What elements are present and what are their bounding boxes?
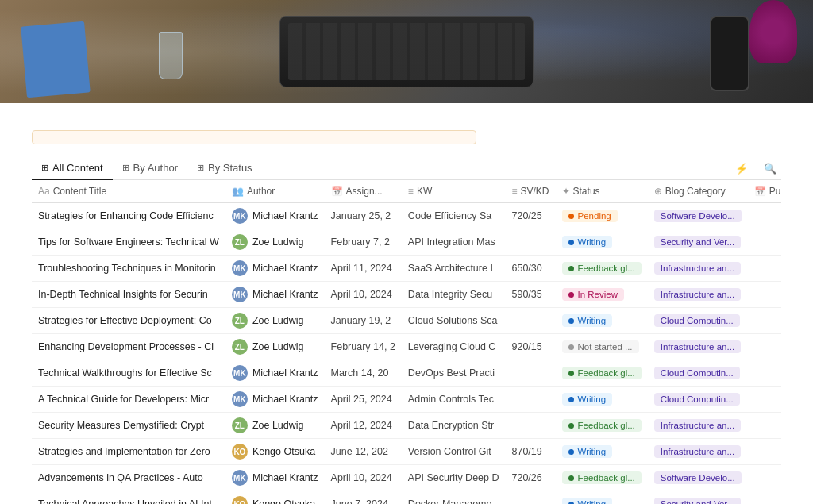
avatar: MK (232, 260, 248, 276)
category-badge: Software Develo... (654, 210, 742, 222)
cell-category: Cloud Computin... (648, 387, 748, 413)
cell-kw: Admin Controls Tec (402, 387, 506, 413)
table-row[interactable]: Security Measures Demystified: Crypt ZL … (32, 413, 781, 439)
category-badge: Infrastructure an... (654, 288, 741, 301)
cell-author: MK Michael Krantz (225, 282, 325, 308)
toolbar-right: ⚡ 🔍 (699, 160, 781, 177)
cell-assigned: June 12, 202 (325, 439, 402, 465)
cell-category: Cloud Computin... (648, 308, 748, 334)
table-row[interactable]: Enhancing Development Processes - Cl ZL … (32, 334, 781, 360)
cell-assigned: February 7, 2 (325, 229, 402, 256)
cell-status: Writing (556, 229, 648, 256)
cell-assigned: March 14, 20 (325, 360, 402, 387)
table-row[interactable]: Strategies and Implementation for Zero K… (32, 439, 781, 465)
table-row[interactable]: Technical Approaches Unveiled in AI Int … (32, 491, 781, 505)
cell-svkd: 650/30 (506, 256, 556, 282)
tab-by-author[interactable]: ⊞ By Author (113, 157, 187, 180)
lightning-button[interactable]: ⚡ (730, 160, 753, 177)
cell-category: Cloud Computin... (648, 360, 748, 387)
hero-glass (159, 32, 183, 79)
filter-button[interactable] (699, 166, 708, 171)
table-row[interactable]: Strategies for Effective Deployment: Co … (32, 308, 781, 334)
cell-pub-date (748, 308, 781, 334)
cell-assigned: April 25, 2024 (325, 387, 402, 413)
table-row[interactable]: Technical Walkthroughs for Effective Sc … (32, 360, 781, 387)
cell-kw: Docker Manageme (402, 491, 506, 505)
cell-pub-date (748, 229, 781, 256)
cell-category: Infrastructure an... (648, 439, 748, 465)
cell-assigned: April 11, 2024 (325, 256, 402, 282)
content-table-wrapper: AaContent Title 👥Author 📅Assign... ≡KW ≡… (32, 180, 781, 504)
cell-status: Feedback gl... (556, 256, 648, 282)
col-header-title: AaContent Title (32, 180, 225, 203)
status-badge: Writing (562, 393, 613, 406)
table-row[interactable]: In-Depth Technical Insights for Securin … (32, 282, 781, 308)
cell-pub-date (748, 256, 781, 282)
category-badge: Infrastructure an... (654, 419, 741, 432)
content-table: AaContent Title 👥Author 📅Assign... ≡KW ≡… (32, 180, 781, 504)
tab-by-author-icon: ⊞ (122, 163, 129, 173)
status-dot (568, 449, 574, 455)
cell-kw: API Security Deep D (402, 465, 506, 491)
cell-assigned: June 7, 2024 (325, 491, 402, 505)
table-row[interactable]: Tips for Software Engineers: Technical W… (32, 229, 781, 256)
tab-all-content-icon: ⊞ (41, 163, 48, 173)
status-dot (568, 214, 574, 219)
cell-category: Infrastructure an... (648, 334, 748, 360)
search-icon: 🔍 (764, 163, 776, 175)
table-row[interactable]: Troubleshooting Techniques in Monitorin … (32, 256, 781, 282)
status-badge: Feedback gl... (562, 419, 642, 432)
tab-by-status[interactable]: ⊞ By Status (187, 157, 262, 180)
category-badge: Software Develo... (654, 471, 742, 484)
cell-pub-date (748, 413, 781, 439)
table-row[interactable]: Strategies for Enhancing Code Efficienc … (32, 203, 781, 229)
cell-svkd (506, 229, 556, 256)
cell-svkd: 720/25 (506, 203, 556, 229)
lightning-icon: ⚡ (735, 163, 748, 175)
search-button[interactable]: 🔍 (759, 160, 781, 177)
cell-title: Technical Approaches Unveiled in AI Int (32, 491, 225, 505)
cell-title: Enhancing Development Processes - Cl (32, 334, 225, 360)
hero-plant (749, 0, 797, 63)
tab-all-content[interactable]: ⊞ All Content (32, 157, 113, 180)
avatar: ZL (232, 234, 248, 250)
status-dot (568, 502, 574, 505)
col-header-category: ⊕Blog Category (648, 180, 748, 203)
cell-kw: Data Integrity Secu (402, 282, 506, 308)
avatar: ZL (232, 417, 248, 433)
avatar: MK (232, 365, 248, 381)
cell-title: A Technical Guide for Developers: Micr (32, 387, 225, 413)
cell-category: Infrastructure an... (648, 256, 748, 282)
cell-author: ZL Zoe Ludwig (225, 334, 325, 360)
table-row[interactable]: Advancements in QA Practices - Auto MK M… (32, 465, 781, 491)
col-header-kw: ≡KW (402, 180, 506, 203)
cell-author: MK Michael Krantz (225, 387, 325, 413)
status-dot (568, 397, 574, 402)
cell-title: Security Measures Demystified: Crypt (32, 413, 225, 439)
sort-button[interactable] (715, 166, 724, 171)
cell-author: KO Kengo Otsuka (225, 491, 325, 505)
author-name: Michael Krantz (252, 289, 318, 300)
cell-status: In Review (556, 282, 648, 308)
cell-author: KO Kengo Otsuka (225, 439, 325, 465)
tab-bar: ⊞ All Content ⊞ By Author ⊞ By Status ⚡ … (32, 157, 781, 180)
author-name: Zoe Ludwig (252, 420, 304, 431)
tab-by-author-label: By Author (133, 162, 178, 174)
cell-assigned: January 25, 2 (325, 203, 402, 229)
hero-keyboard (279, 16, 534, 87)
avatar: KO (232, 444, 248, 460)
category-badge: Infrastructure an... (654, 445, 741, 458)
cell-category: Infrastructure an... (648, 282, 748, 308)
cell-title: In-Depth Technical Insights for Securin (32, 282, 225, 308)
cell-category: Security and Ver... (648, 491, 748, 505)
category-badge: Cloud Computin... (654, 314, 740, 327)
author-name: Kengo Otsuka (252, 498, 315, 504)
table-row[interactable]: A Technical Guide for Developers: Micr M… (32, 387, 781, 413)
cell-author: ZL Zoe Ludwig (225, 413, 325, 439)
cell-title: Advancements in QA Practices - Auto (32, 465, 225, 491)
col-header-assigned: 📅Assign... (325, 180, 402, 203)
status-badge: Writing (562, 314, 613, 327)
cell-pub-date (748, 203, 781, 229)
status-dot (568, 475, 574, 481)
category-badge: Security and Ver... (654, 498, 741, 504)
